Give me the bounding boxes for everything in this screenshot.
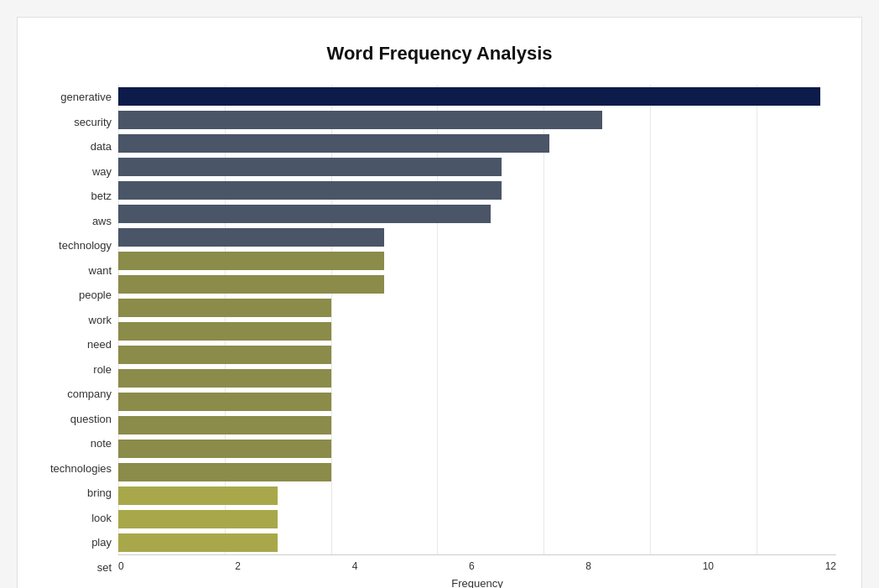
bar-row xyxy=(118,108,836,131)
x-tick: 2 xyxy=(235,560,241,572)
y-label: security xyxy=(43,117,112,127)
bar xyxy=(118,252,384,270)
bar xyxy=(118,322,331,341)
y-label: data xyxy=(43,141,112,152)
bar xyxy=(118,299,331,317)
y-axis: generativesecuritydatawaybetzawstechnolo… xyxy=(43,85,118,580)
bar-row xyxy=(118,367,836,389)
bar-row xyxy=(118,507,836,530)
bar xyxy=(118,111,602,129)
bar-row xyxy=(118,320,836,342)
bar-row xyxy=(118,296,836,319)
bar xyxy=(118,393,331,411)
bar-row xyxy=(118,155,836,178)
y-label: question xyxy=(43,414,112,424)
y-label: company xyxy=(43,388,112,399)
bar-row xyxy=(118,249,836,272)
chart-area: generativesecuritydatawaybetzawstechnolo… xyxy=(43,85,836,580)
bar-row xyxy=(118,343,836,366)
x-axis: 024681012 xyxy=(118,554,836,572)
bar xyxy=(118,87,820,106)
bar xyxy=(118,205,491,223)
bar-row xyxy=(118,85,836,107)
y-label: technology xyxy=(43,240,112,251)
y-label: generative xyxy=(43,91,112,102)
bar xyxy=(118,346,331,364)
bar xyxy=(118,275,384,294)
x-tick: 0 xyxy=(118,560,124,572)
y-label: aws xyxy=(43,216,112,226)
y-label: play xyxy=(43,537,112,548)
x-tick: 4 xyxy=(352,560,358,572)
y-label: work xyxy=(43,315,112,325)
bar-row xyxy=(118,179,836,201)
y-label: role xyxy=(43,364,112,375)
bar-row xyxy=(118,226,836,248)
x-axis-label: Frequency xyxy=(118,577,836,588)
y-label: people xyxy=(43,289,112,300)
bar xyxy=(118,181,502,200)
y-label: need xyxy=(43,339,112,350)
bar xyxy=(118,533,278,552)
bars-and-xaxis: 024681012 Frequency xyxy=(118,85,836,580)
bar xyxy=(118,510,278,528)
bar-row xyxy=(118,531,836,554)
bars-area xyxy=(118,85,836,554)
x-tick: 10 xyxy=(703,560,714,572)
bar xyxy=(118,369,331,388)
bar xyxy=(118,440,331,458)
bar-row xyxy=(118,484,836,507)
x-tick: 12 xyxy=(825,560,836,572)
bar xyxy=(118,134,549,153)
bar-row xyxy=(118,132,836,154)
bar xyxy=(118,416,331,434)
x-tick: 8 xyxy=(585,560,591,572)
y-label: betz xyxy=(43,190,112,201)
y-label: way xyxy=(43,166,112,177)
bar-row xyxy=(118,202,836,225)
chart-container: Word Frequency Analysis generativesecuri… xyxy=(17,17,862,588)
bar xyxy=(118,463,331,481)
bar xyxy=(118,487,278,505)
bar-row xyxy=(118,390,836,413)
chart-title: Word Frequency Analysis xyxy=(43,43,836,65)
y-label: note xyxy=(43,438,112,449)
y-label: want xyxy=(43,265,112,276)
bar-row xyxy=(118,437,836,460)
y-label: technologies xyxy=(43,463,112,474)
bar xyxy=(118,228,384,247)
bar xyxy=(118,158,502,176)
x-tick: 6 xyxy=(469,560,475,572)
bar-row xyxy=(118,461,836,483)
bar-row xyxy=(118,273,836,295)
y-label: set xyxy=(43,562,112,573)
y-label: look xyxy=(43,513,112,523)
y-label: bring xyxy=(43,487,112,498)
bar-row xyxy=(118,414,836,436)
